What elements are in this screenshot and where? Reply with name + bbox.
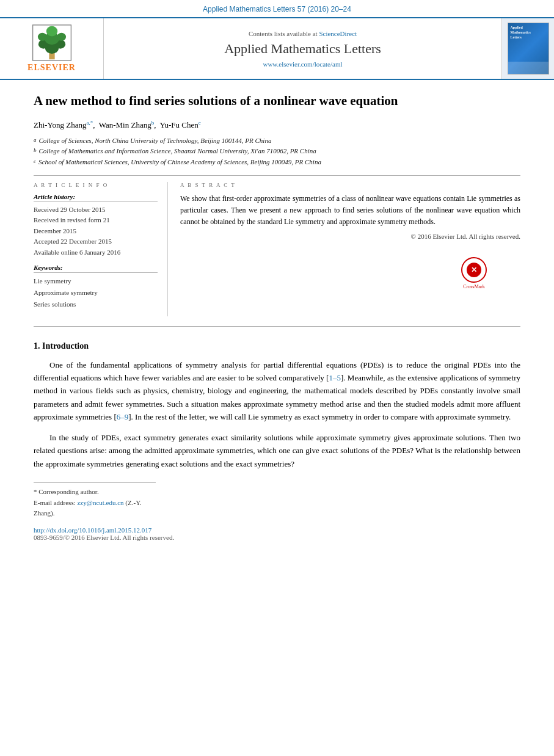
title-section: A new method to find series solutions of… [34,92,520,110]
abstract-label: A B S T R A C T [180,182,520,188]
affil-line-a: a College of Sciences, North China Unive… [34,136,520,147]
ref-link-1-5[interactable]: 1–5 [329,373,341,382]
intro-paragraph-1: One of the fundamental applications of s… [34,358,520,424]
history-item-4: Available online 6 January 2016 [34,247,158,258]
intro-section: 1. Introduction One of the fundamental a… [34,341,520,471]
svg-point-6 [57,33,66,41]
history-item-3: Accepted 22 December 2015 [34,236,158,247]
history-item-2: Received in revised form 21December 2015 [34,215,158,236]
author2-name: Wan-Min Zhang [99,121,151,130]
affiliations: a College of Sciences, North China Unive… [34,136,520,168]
affil-text-b: College of Mathematics and Information S… [39,146,316,157]
keyword-3: Series solutions [34,299,158,310]
crossmark-circle[interactable]: ✕ [461,257,487,283]
two-column-section: A R T I C L E I N F O Article history: R… [34,182,520,316]
email-link[interactable]: zzy@ncut.edu.cn [77,499,123,506]
authors-line: Zhi-Yong Zhanga,*, Wan-Min Zhangb, Yu-Fu… [34,120,520,130]
author1-name: Zhi-Yong Zhang [34,121,86,130]
contents-available-line: Contents lists available at ScienceDirec… [249,30,357,37]
divider-after-affiliations [34,175,520,176]
article-history-title: Article history: [34,193,158,202]
intro-heading: 1. Introduction [34,341,520,351]
elsevier-tree-icon [31,24,73,61]
contents-link-text[interactable]: ScienceDirect [319,30,357,37]
contents-prefix-text: Contents lists available at [249,30,318,37]
crossmark-label: CrossMark [461,284,487,289]
doi-link[interactable]: http://dx.doi.org/10.1016/j.aml.2015.12.… [34,526,151,534]
author3-name: Yu-Fu Chen [159,121,198,130]
journal-cover-mini: AppliedMathematicsLetters [508,23,549,75]
journal-banner: ELSEVIER Contents lists available at Sci… [0,17,554,80]
article-info-col: A R T I C L E I N F O Article history: R… [34,182,168,316]
journal-cover-stripe [508,62,549,74]
journal-main-title: Applied Mathematics Letters [224,41,381,57]
affil-line-b: b College of Mathematics and Information… [34,146,520,157]
main-content: A new method to find series solutions of… [0,80,554,559]
article-info-label: A R T I C L E I N F O [34,182,158,188]
article-title: A new method to find series solutions of… [34,92,449,110]
article-history-block: Article history: Received 29 October 201… [34,193,158,258]
copyright-line: © 2016 Elsevier Ltd. All rights reserved… [180,233,520,240]
affil-line-c: c School of Mathematical Sciences, Unive… [34,157,520,168]
email-note: E-mail address: zzy@ncut.edu.cn (Z.-Y. Z… [34,498,156,519]
abstract-col: A B S T R A C T We show that first-order… [180,182,520,316]
keyword-2: Approximate symmetry [34,287,158,299]
keywords-title: Keywords: [34,264,158,273]
divider-after-abstract [34,326,520,327]
email-label-text: E-mail address: [34,499,76,506]
elsevier-name-text: ELSEVIER [27,63,76,73]
affil-sup-a: a [34,136,37,147]
affil-text-c: School of Mathematical Sciences, Univers… [38,157,321,168]
crossmark-badge[interactable]: ✕ CrossMark [461,257,487,289]
keyword-1: Lie symmetry [34,275,158,287]
journal-citation-header: Applied Mathematics Letters 57 (2016) 20… [0,0,554,17]
corresponding-label: * Corresponding author. [34,488,99,495]
elsevier-logo-box: ELSEVIER [0,18,104,79]
journal-url-text[interactable]: www.elsevier.com/locate/aml [263,60,342,68]
author3-sup: c [199,120,201,126]
journal-cover-box: AppliedMathematicsLetters [502,18,554,79]
elsevier-logo: ELSEVIER [27,24,76,73]
history-item-1: Received 29 October 2015 [34,205,158,216]
issn-line: 0893-9659/© 2016 Elsevier Ltd. All right… [34,534,520,541]
ref-link-6-9[interactable]: 6–9 [117,412,129,421]
crossmark-inner: ✕ [467,263,481,277]
corresponding-author-note: * Corresponding author. [34,487,156,498]
author1-sup: a,* [86,120,93,126]
affil-sup-b: b [34,146,37,157]
footnote-section: * Corresponding author. E-mail address: … [34,482,156,519]
doi-line[interactable]: http://dx.doi.org/10.1016/j.aml.2015.12.… [34,526,520,534]
affil-text-a: College of Sciences, North China Univers… [39,136,272,147]
affil-sup-c: c [34,157,36,168]
abstract-text: We show that first-order approximate sym… [180,193,520,228]
keywords-block: Keywords: Lie symmetry Approximate symme… [34,264,158,310]
author2-sup: b [151,120,155,126]
intro-paragraph-2: In the study of PDEs, exact symmetry gen… [34,431,520,470]
journal-citation-text: Applied Mathematics Letters 57 (2016) 20… [203,5,351,13]
svg-point-5 [37,33,46,41]
journal-title-box: Contents lists available at ScienceDirec… [104,18,502,79]
journal-cover-title: AppliedMathematicsLetters [511,26,531,40]
svg-point-7 [46,26,57,37]
